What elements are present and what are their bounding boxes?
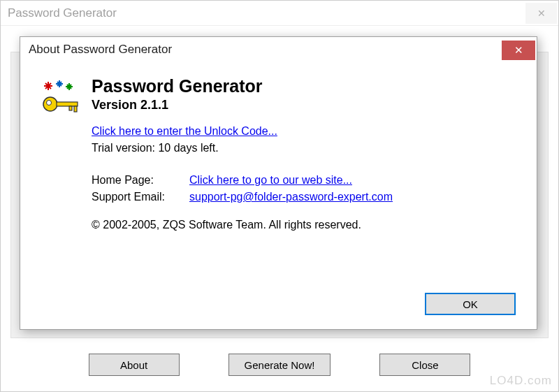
app-name-label: Password Generator	[92, 76, 516, 96]
svg-point-13	[47, 101, 52, 106]
unlock-code-link[interactable]: Click here to enter the Unlock Code...	[92, 125, 277, 137]
copyright-text: © 2002-2005, ZQS Software Team. All righ…	[92, 219, 516, 231]
key-icon	[41, 79, 80, 118]
home-page-link[interactable]: Click here to go to our web site...	[189, 174, 352, 187]
main-button-row: About Generate Now! Close	[1, 347, 558, 383]
about-close-button[interactable]: ✕	[502, 41, 535, 60]
about-text-column: Password Generator Version 2.1.1 Click h…	[92, 76, 516, 231]
svg-rect-14	[57, 102, 78, 106]
trial-status-text: Trial version: 10 days left.	[92, 142, 516, 154]
main-window-title: Password Generator	[8, 6, 117, 20]
generate-button[interactable]: Generate Now!	[228, 354, 331, 376]
support-email-link[interactable]: support-pg@folder-password-expert.com	[189, 191, 393, 203]
about-dialog-title: About Password Generator	[29, 43, 172, 57]
watermark-text: LO4D.com	[490, 374, 552, 388]
home-page-row: Home Page: Click here to go to our web s…	[92, 174, 516, 187]
support-email-label: Support Email:	[92, 191, 189, 203]
support-email-row: Support Email: support-pg@folder-passwor…	[92, 191, 516, 203]
close-button[interactable]: Close	[379, 354, 470, 376]
svg-rect-16	[74, 106, 77, 112]
about-button[interactable]: About	[89, 354, 180, 376]
unlock-link-row: Click here to enter the Unlock Code...	[92, 125, 516, 138]
close-icon: ✕	[514, 44, 523, 57]
main-close-button[interactable]: ✕	[525, 3, 557, 24]
about-titlebar: About Password Generator ✕	[20, 37, 537, 62]
about-dialog: About Password Generator ✕	[20, 36, 537, 330]
close-icon: ✕	[537, 8, 546, 19]
about-icon-column	[41, 76, 92, 231]
ok-button[interactable]: OK	[425, 293, 516, 315]
app-version-label: Version 2.1.1	[92, 98, 516, 112]
home-page-label: Home Page:	[92, 174, 189, 187]
svg-rect-15	[69, 106, 72, 110]
about-content: Password Generator Version 2.1.1 Click h…	[20, 62, 537, 238]
about-button-row: OK	[425, 293, 516, 315]
main-titlebar: Password Generator ✕	[1, 1, 558, 26]
